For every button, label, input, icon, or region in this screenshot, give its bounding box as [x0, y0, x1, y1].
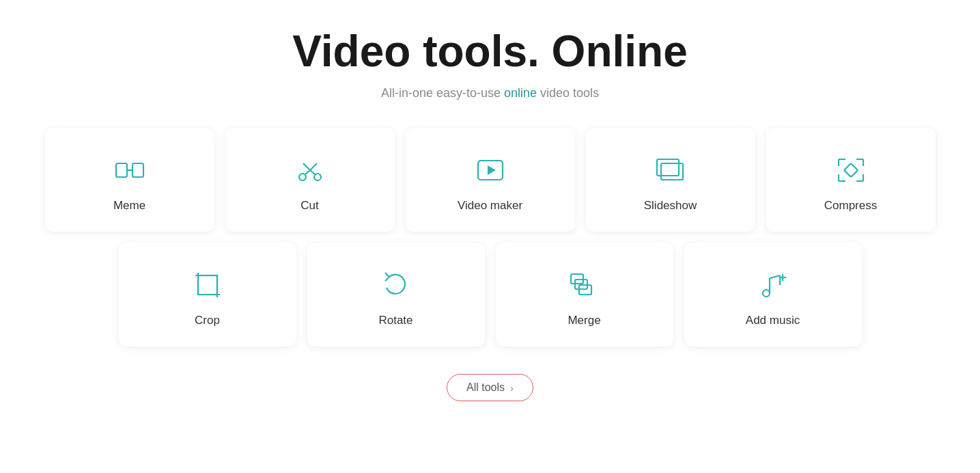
cut-icon — [292, 152, 328, 188]
page-header: Video tools. Online All-in-one easy-to-u… — [292, 27, 687, 100]
slideshow-label: Slideshow — [644, 199, 697, 213]
page-title: Video tools. Online — [292, 27, 687, 75]
svg-rect-25 — [198, 275, 217, 295]
svg-point-29 — [763, 290, 770, 297]
svg-rect-12 — [661, 163, 683, 180]
meme-label: Meme — [113, 199, 145, 213]
tool-card-add-music[interactable]: Add music — [684, 243, 862, 347]
svg-line-31 — [770, 275, 780, 278]
svg-line-7 — [303, 163, 310, 170]
tool-card-cut[interactable]: Cut — [225, 128, 395, 232]
tool-card-rotate[interactable]: Rotate — [307, 243, 485, 347]
rotate-icon — [378, 267, 414, 303]
tool-card-video-maker[interactable]: Video maker — [406, 128, 575, 232]
video-maker-label: Video maker — [458, 199, 522, 213]
tool-card-compress[interactable]: Compress — [766, 128, 936, 232]
svg-line-15 — [851, 170, 858, 177]
svg-line-16 — [844, 170, 851, 177]
tool-card-slideshow[interactable]: Slideshow — [586, 128, 755, 232]
svg-line-5 — [305, 170, 310, 174]
cut-label: Cut — [300, 199, 318, 213]
svg-line-14 — [844, 163, 851, 170]
compress-icon — [833, 152, 869, 188]
svg-point-3 — [299, 174, 306, 180]
tools-row-1: Meme Cut Video maker Slideshow — [19, 128, 962, 232]
crop-label: Crop — [195, 314, 220, 327]
tools-grid: Meme Cut Video maker Slideshow — [19, 128, 962, 347]
crop-icon — [190, 267, 225, 303]
merge-label: Merge — [568, 314, 600, 327]
tool-card-merge[interactable]: Merge — [496, 243, 673, 347]
all-tools-button[interactable]: All tools › — [447, 374, 533, 401]
add-music-icon — [755, 267, 791, 303]
compress-label: Compress — [824, 199, 877, 213]
svg-line-13 — [851, 163, 858, 170]
svg-rect-1 — [132, 163, 143, 177]
tool-card-meme[interactable]: Meme — [45, 128, 214, 232]
svg-line-6 — [310, 170, 315, 174]
svg-line-8 — [310, 163, 317, 170]
svg-marker-10 — [488, 165, 496, 175]
page-subtitle: All-in-one easy-to-use online video tool… — [292, 86, 687, 100]
svg-rect-11 — [657, 159, 679, 176]
video-maker-icon — [473, 152, 508, 188]
all-tools-label: All tools — [466, 381, 505, 394]
slideshow-icon — [653, 152, 688, 188]
add-music-label: Add music — [746, 314, 800, 327]
meme-icon — [112, 152, 148, 188]
chevron-icon: › — [510, 382, 514, 394]
merge-icon — [567, 267, 602, 303]
svg-point-4 — [314, 174, 321, 180]
tools-row-2: Crop Rotate Merge Add music — [19, 243, 962, 347]
svg-rect-0 — [116, 163, 127, 177]
tool-card-crop[interactable]: Crop — [119, 243, 296, 347]
rotate-label: Rotate — [378, 314, 412, 327]
